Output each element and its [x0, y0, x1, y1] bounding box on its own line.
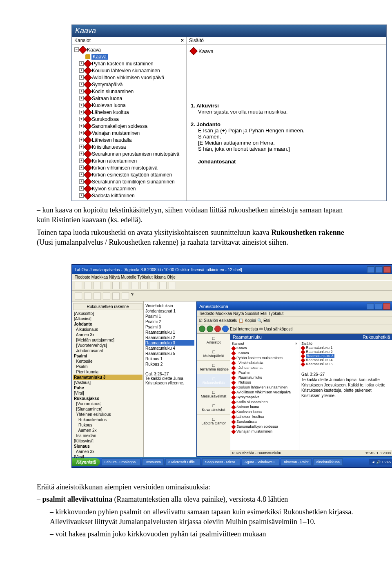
suggestion-item[interactable]: Virsiehdotuksia [145, 303, 194, 308]
toolbar-button[interactable] [94, 292, 101, 300]
category-item[interactable]: ▢Muistopäivät [197, 347, 230, 361]
toolbar-button[interactable] [94, 282, 101, 289]
structure-item[interactable]: Raamatunluku 3 [73, 375, 143, 380]
suggestion-item[interactable]: Raamatunluku 2 [145, 335, 194, 340]
toolbar-button[interactable] [112, 282, 120, 289]
suggestion-item[interactable]: Raamatunluku 5 [145, 351, 194, 356]
close-button[interactable] [383, 266, 391, 273]
structure-item[interactable]: Yhteinen esirukous [73, 412, 143, 417]
structure-item[interactable]: [Virsi] [73, 391, 143, 396]
sub-content-item[interactable]: Raamatunluku 5 [301, 362, 390, 366]
sub-tree-item[interactable]: Surukodissa [232, 419, 297, 424]
category-item[interactable]: ▢LabOra Cantor [197, 415, 230, 428]
globe-icon[interactable] [222, 326, 229, 332]
structure-item[interactable]: Psalmi [73, 353, 143, 359]
tree-item[interactable]: +Seurakunnan toimitilojen siunaaminen [74, 178, 184, 185]
taskbar-item[interactable]: LabOra Jumalanpa.. [102, 458, 141, 466]
sub-content-item[interactable]: Raamatunluku 3 [301, 354, 390, 358]
suggestion-item[interactable]: Rukous 2 [145, 362, 194, 367]
tree-item[interactable]: +Kirkon vihkimisen muistopäivä [74, 164, 184, 171]
category-item[interactable]: ▢Rukoushetkiä [197, 374, 230, 388]
tree-root[interactable]: −Kaava [74, 46, 184, 53]
sub-tree-item[interactable]: Vainajan muistaminen [232, 429, 297, 434]
toolbar-button[interactable] [112, 292, 120, 300]
system-tray[interactable]: ◄ 🔊 15:45 [369, 459, 392, 465]
category-item[interactable]: ▢Herramme ristintie [197, 361, 230, 374]
structure-item[interactable]: Aamen 3x [73, 449, 143, 454]
tree-item[interactable]: +Kouluun lähtevien siunaaminen [74, 67, 184, 74]
structure-item[interactable]: Rukouskehotus [73, 417, 143, 422]
tree-item[interactable]: +Vainajan muistaminen [74, 129, 184, 136]
tree-item[interactable]: +Sanomakellojen soidessa [74, 123, 184, 129]
structure-item[interactable]: [Vastaus] [73, 380, 143, 385]
sub-tree-item[interactable]: Avioliittoon vihkimisen vuosipäivä [232, 390, 297, 395]
tree-item[interactable]: +Sadosta kiittäminen [74, 192, 184, 199]
tree-item[interactable]: +Kirkon esineistön käyttöön ottaminen [74, 171, 184, 178]
structure-item[interactable]: [Vuorotervehdys] [73, 343, 143, 348]
toolbar-button[interactable] [159, 282, 167, 289]
sub-tree-item[interactable]: Kaava [232, 350, 297, 355]
tree-item[interactable]: +Läheisen kuoltua [74, 109, 184, 116]
stop-icon[interactable] [214, 326, 221, 332]
taskbar-item[interactable]: Saapuneet - Micro.. [202, 458, 240, 466]
main-toolbar-2[interactable]: ? [72, 291, 392, 301]
toolbar-button[interactable] [169, 282, 176, 289]
structure-item[interactable]: [Siunaaminen] [73, 406, 143, 412]
sub-maximize-button[interactable] [375, 303, 382, 310]
structure-item[interactable]: Johdanto [73, 321, 143, 327]
sub-tree-item[interactable]: Pyhän kasteen muistaminen [232, 355, 297, 360]
maximize-button[interactable] [375, 266, 383, 273]
suggestion-item[interactable]: Raamatunluku 1 [145, 330, 194, 335]
main-menubar[interactable]: Tiedosto Muokkaa Näytä Muotoile Työkalut… [72, 274, 392, 280]
tree-item[interactable]: +Syntymäpäivä [74, 81, 184, 88]
structure-item[interactable]: Rukousjakso [73, 396, 143, 401]
tree-item[interactable]: +Pyhän kasteen muistaminen [74, 60, 184, 67]
sub-tree-item[interactable]: Kouluun lähtevien siunaaminen [232, 385, 297, 390]
toolbar-button[interactable] [75, 292, 82, 300]
category-item[interactable]: ▢Aineistot [197, 334, 230, 347]
sub-tree-item[interactable]: Raamatunluku [232, 375, 297, 380]
structure-item[interactable]: Psalmi [73, 364, 143, 369]
toolbar-button[interactable] [84, 282, 91, 289]
tree-item[interactable]: +Seurakunnan perustamisen muistopäivä [74, 150, 184, 157]
sub-tree-item[interactable]: Syntymäpäivä [232, 395, 297, 400]
toolbar-button[interactable] [103, 292, 110, 300]
toolbar-button[interactable] [150, 282, 157, 289]
structure-item[interactable]: Pieni kunnia [73, 369, 143, 375]
structure-item[interactable]: Isä meidän [73, 433, 143, 438]
content-item[interactable]: Kaava [191, 47, 382, 55]
tree-item[interactable]: +Avioliittoon vihkimisen vuosipäivä [74, 74, 184, 81]
sub-menubar[interactable]: Tiedosto Muokkaa Näytä Suosikit Etsi Työ… [197, 310, 392, 317]
main-toolbar[interactable] [72, 280, 392, 291]
structure-item[interactable]: [Meidän auttajamme] [73, 337, 143, 343]
taskbar-item[interactable]: 3 Microsoft Offic... [165, 458, 200, 466]
structure-item[interactable]: [Vuororukous] [73, 401, 143, 406]
toolbar-button[interactable] [122, 292, 129, 300]
suggestion-item[interactable]: Rukous 1 [145, 356, 194, 362]
structure-item[interactable]: Siunaus [73, 444, 143, 449]
category-item[interactable]: ▢Messusävelmät [197, 388, 230, 401]
sub-tree-item[interactable]: Sairaan luona [232, 404, 297, 409]
tree-item[interactable]: Kaava [74, 53, 184, 60]
suggestion-item[interactable]: Johdantosanat 1 [145, 308, 194, 314]
toolbar-button[interactable] [140, 282, 148, 289]
sub-tree-item[interactable]: Johdantosanat [232, 365, 297, 370]
suggestion-item[interactable]: Raamatunluku 4 [145, 346, 194, 351]
structure-item[interactable]: [Kiitosvirsi] [73, 438, 143, 444]
close-icon[interactable]: × [181, 38, 184, 43]
sub-tree-item[interactable]: Rukous [232, 380, 297, 385]
structure-item[interactable]: Aamen 3x [73, 332, 143, 337]
toolbar-button[interactable] [103, 282, 110, 289]
structure-item[interactable]: [Alkuvirsi] [73, 316, 143, 321]
toolbar-button[interactable] [131, 282, 138, 289]
tree-item[interactable]: +Kirkon rakentaminen [74, 157, 184, 164]
structure-item[interactable]: Aamen 2x [73, 428, 143, 433]
structure-item[interactable]: Alkusiunaus [73, 327, 143, 332]
structure-item[interactable]: Johdantosanat [73, 348, 143, 353]
suggestion-item[interactable]: Psalmi 3 [145, 324, 194, 330]
tree-item[interactable]: +Kriisitilanteessa [74, 143, 184, 150]
sub-minimize-button[interactable] [367, 303, 374, 310]
tree-item[interactable]: +Kylvön siunaaminen [74, 185, 184, 192]
tree-item[interactable]: +Sairaan luona [74, 95, 184, 102]
back-icon[interactable] [199, 326, 205, 332]
